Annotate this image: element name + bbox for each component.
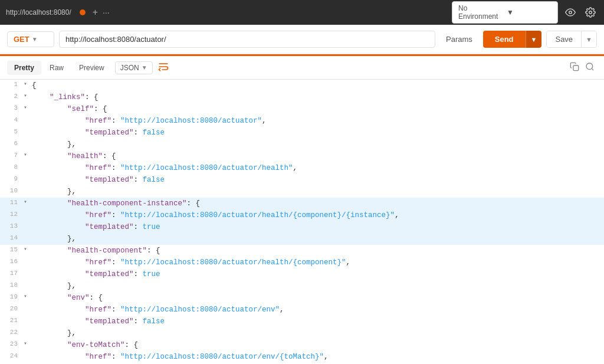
line-toggle[interactable]: ▾ [24, 80, 32, 89]
line-number: 7 [0, 150, 24, 161]
tab-pretty[interactable]: Pretty [7, 61, 41, 75]
line-number: 1 [0, 80, 24, 90]
line-number: 12 [0, 209, 24, 220]
line-content: "env-toMatch": { [32, 339, 604, 351]
json-line-4: 4 "href": "http://localhost:8080/actuato… [0, 115, 604, 127]
line-content: "href": "http://localhost:8080/actuator/… [32, 351, 604, 363]
line-content: "health-component-instance": { [32, 198, 604, 209]
environment-label: No Environment [458, 4, 503, 21]
format-label: JSON [120, 64, 139, 72]
line-toggle[interactable]: ▾ [24, 103, 32, 113]
line-content: "templated": false [32, 174, 604, 186]
response-toolbar: Pretty Raw Preview JSON ▼ [0, 56, 604, 80]
json-line-12: 12 "href": "http://localhost:8080/actuat… [0, 209, 604, 221]
json-line-18: 18 }, [0, 280, 604, 292]
line-number: 11 [0, 198, 24, 208]
json-line-2: 2▾ "_links": { [0, 91, 604, 103]
environment-selector[interactable]: No Environment ▼ [452, 1, 558, 24]
line-number: 17 [0, 268, 24, 279]
tab-raw[interactable]: Raw [42, 61, 71, 75]
search-icon [585, 62, 595, 71]
format-chevron-icon: ▼ [142, 64, 147, 71]
line-content: "self": { [32, 103, 604, 115]
line-number: 9 [0, 174, 24, 185]
json-line-11: 11▾ "health-component-instance": { [0, 198, 604, 209]
environment-chevron-icon: ▼ [507, 8, 552, 17]
tab-more-button[interactable]: ··· [103, 8, 110, 17]
line-content: }, [32, 139, 604, 150]
line-toggle[interactable]: ▾ [24, 245, 32, 254]
method-selector[interactable]: GET ▼ [7, 31, 54, 47]
save-button-group: Save ▼ [546, 31, 597, 48]
line-number: 22 [0, 327, 24, 338]
json-line-15: 15▾ "health-component": { [0, 245, 604, 257]
json-line-23: 23▾ "env-toMatch": { [0, 339, 604, 351]
line-toggle[interactable]: ▾ [24, 91, 32, 101]
send-chevron-button[interactable]: ▼ [526, 31, 542, 48]
send-button[interactable]: Send [483, 31, 526, 48]
svg-line-5 [592, 68, 593, 70]
json-line-19: 19▾ "env": { [0, 292, 604, 304]
line-content: }, [32, 327, 604, 339]
line-number: 10 [0, 186, 24, 196]
json-response-area: 1▾{2▾ "_links": {3▾ "self": {4 "href": "… [0, 80, 604, 364]
eye-icon [565, 7, 576, 18]
json-line-1: 1▾{ [0, 80, 604, 91]
line-content: }, [32, 186, 604, 198]
line-number: 24 [0, 351, 24, 362]
json-line-5: 5 "templated": false [0, 127, 604, 139]
line-content: "env": { [32, 292, 604, 304]
format-selector[interactable]: JSON ▼ [115, 61, 153, 74]
line-content: "href": "http://localhost:8080/actuator/… [32, 209, 604, 221]
eye-icon-button[interactable] [563, 5, 578, 20]
line-content: "href": "http://localhost:8080/actuator/… [32, 257, 604, 268]
line-toggle[interactable]: ▾ [24, 150, 32, 160]
line-number: 23 [0, 339, 24, 350]
json-line-24: 24 "href": "http://localhost:8080/actuat… [0, 351, 604, 363]
request-bar: GET ▼ Params Send ▼ Save ▼ [0, 25, 604, 54]
settings-icon-button[interactable] [583, 5, 598, 20]
line-content: }, [32, 233, 604, 245]
line-content: "templated": true [32, 221, 604, 233]
line-content: "templated": false [32, 316, 604, 327]
line-toggle[interactable]: ▾ [24, 339, 32, 349]
new-tab-button[interactable]: + [93, 7, 98, 18]
copy-button[interactable] [567, 60, 582, 76]
line-toggle[interactable]: ▾ [24, 198, 32, 207]
save-chevron-button[interactable]: ▼ [581, 31, 596, 47]
method-label: GET [14, 35, 29, 44]
save-button[interactable]: Save [547, 31, 581, 47]
svg-point-4 [586, 63, 593, 70]
gear-icon [585, 7, 596, 18]
json-line-17: 17 "templated": true [0, 268, 604, 280]
line-content: "href": "http://localhost:8080/actuator"… [32, 115, 604, 127]
tab-preview[interactable]: Preview [72, 61, 111, 75]
params-button[interactable]: Params [440, 32, 478, 47]
line-toggle[interactable]: ▾ [24, 292, 32, 301]
line-number: 6 [0, 139, 24, 149]
json-line-20: 20 "href": "http://localhost:8080/actuat… [0, 304, 604, 316]
url-input[interactable] [59, 31, 435, 48]
wrap-icon[interactable] [157, 61, 169, 75]
tab-dot [80, 9, 86, 15]
line-content: "templated": true [32, 268, 604, 280]
copy-icon [570, 62, 579, 71]
top-bar: http://localhost:8080/ + ··· No Environm… [0, 0, 604, 25]
line-content: }, [32, 280, 604, 292]
line-content: "health": { [32, 150, 604, 162]
line-number: 8 [0, 162, 24, 173]
line-number: 21 [0, 316, 24, 326]
json-line-8: 8 "href": "http://localhost:8080/actuato… [0, 162, 604, 174]
json-line-7: 7▾ "health": { [0, 150, 604, 162]
svg-rect-3 [573, 65, 579, 71]
line-content: "_links": { [32, 91, 604, 103]
json-line-3: 3▾ "self": { [0, 103, 604, 115]
line-content: "href": "http://localhost:8080/actuator/… [32, 304, 604, 316]
tab-url: http://localhost:8080/ [6, 8, 71, 17]
search-button[interactable] [583, 60, 597, 76]
json-line-9: 9 "templated": false [0, 174, 604, 186]
line-number: 15 [0, 245, 24, 255]
line-number: 18 [0, 280, 24, 291]
line-number: 5 [0, 127, 24, 137]
wrap-lines-icon [157, 61, 169, 73]
